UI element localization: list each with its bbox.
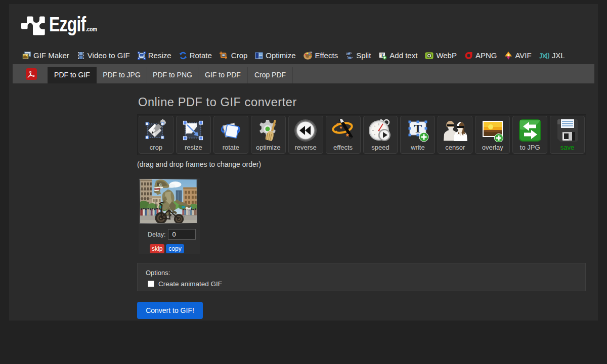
svg-text:1: 1 <box>508 53 510 57</box>
svg-text:T: T <box>414 122 422 135</box>
